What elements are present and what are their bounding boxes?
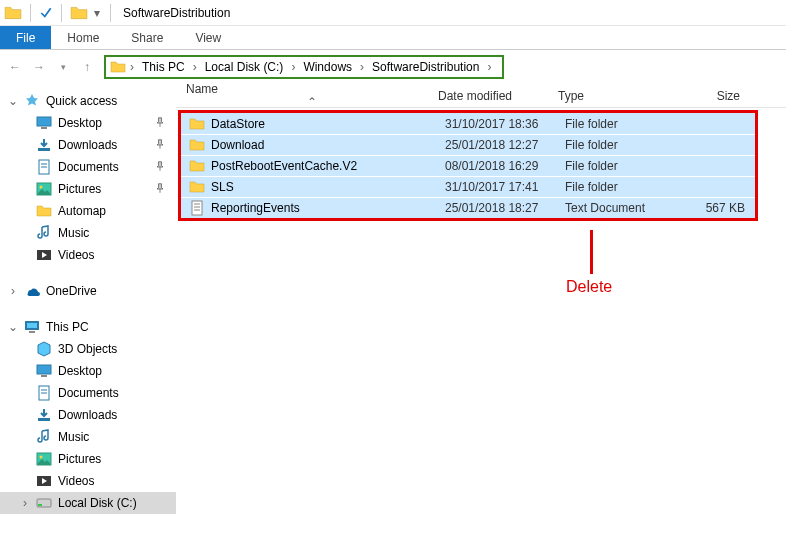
folder-icon — [36, 203, 52, 219]
sidebar-label: Quick access — [46, 94, 117, 108]
file-name: SLS — [211, 180, 445, 194]
sidebar-item-label: Downloads — [58, 138, 117, 152]
separator — [61, 4, 62, 22]
file-name: Download — [211, 138, 445, 152]
downloads-icon — [36, 137, 52, 153]
window-title: SoftwareDistribution — [119, 6, 230, 20]
pin-icon — [154, 117, 166, 129]
file-row[interactable]: PostRebootEventCache.V208/01/2018 16:29F… — [181, 155, 755, 176]
folder-icon — [189, 158, 205, 174]
sidebar-item[interactable]: Pictures — [0, 178, 176, 200]
sidebar-item-label: Documents — [58, 160, 119, 174]
expand-icon[interactable]: › — [8, 284, 18, 298]
file-row[interactable]: DataStore31/10/2017 18:36File folder — [181, 113, 755, 134]
qat-dropdown-icon[interactable]: ▾ — [92, 6, 102, 20]
sidebar-item-label: Automap — [58, 204, 106, 218]
col-header-type[interactable]: Type — [558, 89, 670, 103]
chevron-right-icon[interactable]: › — [191, 60, 199, 74]
sidebar-item[interactable]: Videos — [0, 244, 176, 266]
sidebar-item[interactable]: Downloads — [0, 404, 176, 426]
sidebar-item[interactable]: Desktop — [0, 112, 176, 134]
sidebar-item-label: Documents — [58, 386, 119, 400]
title-bar: ▾ SoftwareDistribution — [0, 0, 786, 26]
star-icon — [24, 93, 40, 109]
history-dropdown[interactable]: ▾ — [54, 58, 72, 76]
sidebar-item[interactable]: Documents — [0, 156, 176, 178]
sidebar-item-label: Pictures — [58, 182, 101, 196]
file-row[interactable]: Download25/01/2018 12:27File folder — [181, 134, 755, 155]
videos-icon — [36, 473, 52, 489]
breadcrumb-thispc[interactable]: This PC — [138, 60, 189, 74]
file-size: 567 KB — [677, 201, 751, 215]
breadcrumb-disk[interactable]: Local Disk (C:) — [201, 60, 288, 74]
pin-icon — [154, 161, 166, 173]
col-header-name[interactable]: Name ⌃ — [186, 82, 438, 110]
chevron-right-icon[interactable]: › — [289, 60, 297, 74]
file-type: File folder — [565, 159, 677, 173]
sidebar-item[interactable]: Pictures — [0, 448, 176, 470]
disk-icon — [36, 495, 52, 511]
chevron-right-icon[interactable]: › — [358, 60, 366, 74]
address-bar[interactable]: › This PC › Local Disk (C:) › Windows › … — [104, 55, 504, 79]
pictures-icon — [36, 451, 52, 467]
col-header-date[interactable]: Date modified — [438, 89, 558, 103]
desktop-icon — [36, 363, 52, 379]
sidebar-item[interactable]: Music — [0, 426, 176, 448]
col-header-size[interactable]: Size — [670, 89, 748, 103]
text-icon — [189, 200, 205, 216]
breadcrumb-windows[interactable]: Windows — [299, 60, 356, 74]
sidebar-item[interactable]: 3D Objects — [0, 338, 176, 360]
pin-icon — [154, 183, 166, 195]
qat-properties-icon[interactable] — [39, 6, 53, 20]
sidebar-item-label: Local Disk (C:) — [58, 496, 137, 510]
folder-icon — [189, 137, 205, 153]
videos-icon — [36, 247, 52, 263]
expand-icon[interactable]: ⌄ — [8, 94, 18, 108]
forward-button[interactable]: → — [30, 58, 48, 76]
sidebar-label: This PC — [46, 320, 89, 334]
sidebar-item-label: Desktop — [58, 116, 102, 130]
file-type: File folder — [565, 180, 677, 194]
sidebar-item-label: Videos — [58, 248, 94, 262]
qat-folder-icon[interactable] — [70, 4, 88, 22]
sidebar-item[interactable]: ›Local Disk (C:) — [0, 492, 176, 514]
navigation-bar: ← → ▾ ↑ › This PC › Local Disk (C:) › Wi… — [0, 50, 786, 84]
tab-view[interactable]: View — [179, 26, 237, 49]
sidebar-item-label: 3D Objects — [58, 342, 117, 356]
file-date: 25/01/2018 12:27 — [445, 138, 565, 152]
tab-share[interactable]: Share — [115, 26, 179, 49]
file-row[interactable]: SLS31/10/2017 17:41File folder — [181, 176, 755, 197]
sidebar-item[interactable]: Desktop — [0, 360, 176, 382]
sidebar-item-label: Downloads — [58, 408, 117, 422]
up-button[interactable]: ↑ — [78, 58, 96, 76]
file-row[interactable]: ReportingEvents25/01/2018 18:27Text Docu… — [181, 197, 755, 218]
file-date: 31/10/2017 17:41 — [445, 180, 565, 194]
chevron-right-icon[interactable]: › — [485, 60, 493, 74]
expand-icon[interactable]: ⌄ — [8, 320, 18, 334]
breadcrumb-softwaredistribution[interactable]: SoftwareDistribution — [368, 60, 483, 74]
sidebar-quick-access[interactable]: ⌄ Quick access — [0, 90, 176, 112]
file-tab[interactable]: File — [0, 26, 51, 49]
file-list-pane: Name ⌃ Date modified Type Size DataStore… — [176, 84, 786, 553]
file-name: DataStore — [211, 117, 445, 131]
pictures-icon — [36, 181, 52, 197]
sort-indicator-icon: ⌃ — [186, 95, 438, 109]
sidebar-item[interactable]: Documents — [0, 382, 176, 404]
column-headers: Name ⌃ Date modified Type Size — [176, 84, 786, 108]
sidebar-item[interactable]: Videos — [0, 470, 176, 492]
chevron-right-icon[interactable]: › — [128, 60, 136, 74]
tab-home[interactable]: Home — [51, 26, 115, 49]
file-type: File folder — [565, 117, 677, 131]
selection-highlight: DataStore31/10/2017 18:36File folderDown… — [178, 110, 758, 221]
sidebar-item[interactable]: Automap — [0, 200, 176, 222]
file-date: 08/01/2018 16:29 — [445, 159, 565, 173]
back-button[interactable]: ← — [6, 58, 24, 76]
sidebar-item[interactable]: Music — [0, 222, 176, 244]
nav-buttons: ← → ▾ ↑ — [6, 58, 96, 76]
music-icon — [36, 225, 52, 241]
sidebar-item-label: Pictures — [58, 452, 101, 466]
sidebar-onedrive[interactable]: › OneDrive — [0, 280, 176, 302]
sidebar-item[interactable]: Downloads — [0, 134, 176, 156]
sidebar-this-pc[interactable]: ⌄ This PC — [0, 316, 176, 338]
sidebar-item-label: Music — [58, 226, 89, 240]
